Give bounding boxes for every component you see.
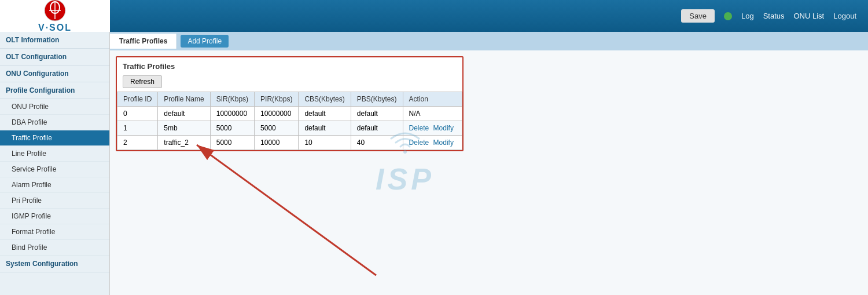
cell-profile-name: traffic_2 — [158, 136, 210, 150]
cell-pir: 10000 — [255, 136, 299, 150]
table-row: 2 traffic_2 5000 10000 10 40 Delete Modi… — [117, 136, 462, 150]
sidebar-item-service-profile[interactable]: Service Profile — [0, 162, 109, 177]
table-row: 1 5mb 5000 5000 default default Delete M… — [117, 121, 462, 136]
logo-area: V·SOL — [0, 0, 110, 32]
sidebar-section-olt-information[interactable]: OLT Information — [0, 32, 109, 49]
logout-button[interactable]: Logout — [833, 12, 856, 20]
traffic-profiles-panel: Traffic Profiles Refresh Profile ID Prof… — [116, 56, 464, 151]
sidebar-section-profile-configuration[interactable]: Profile Configuration — [0, 82, 109, 99]
cell-sir: 5000 — [210, 136, 254, 150]
cell-pbs: default — [351, 107, 403, 121]
cell-cbs: default — [299, 107, 351, 121]
panel-toolbar: Refresh — [117, 73, 462, 92]
cell-cbs: 10 — [299, 136, 351, 150]
traffic-profiles-table: Profile ID Profile Name SIR(Kbps) PIR(Kb… — [117, 92, 462, 150]
table-body: 0 default 10000000 10000000 default defa… — [117, 107, 462, 150]
cell-pir: 10000000 — [255, 107, 299, 121]
add-profile-button[interactable]: Add Profile — [181, 35, 229, 48]
cell-cbs: default — [299, 121, 351, 136]
col-header-sir: SIR(Kbps) — [210, 92, 254, 107]
status-indicator — [724, 12, 732, 20]
cell-action: N/A — [403, 107, 462, 121]
col-header-pir: PIR(Kbps) — [255, 92, 299, 107]
cell-profile-id: 0 — [117, 107, 158, 121]
delete-link-row1[interactable]: Delete — [409, 124, 429, 132]
main-content: Traffic Profiles Add Profile Traffic Pro… — [110, 32, 868, 295]
sidebar-item-traffic-profile[interactable]: Traffic Profile — [0, 130, 109, 146]
refresh-button[interactable]: Refresh — [123, 75, 162, 88]
sidebar-section-onu-configuration[interactable]: ONU Configuration — [0, 65, 109, 82]
onu-list-button[interactable]: ONU List — [794, 12, 825, 20]
sidebar-item-dba-profile[interactable]: DBA Profile — [0, 115, 109, 130]
sidebar-section-system-configuration[interactable]: System Configuration — [0, 256, 109, 272]
content-area: Traffic Profiles Refresh Profile ID Prof… — [110, 50, 868, 157]
save-button[interactable]: Save — [681, 9, 715, 23]
cell-action: Delete Modify — [403, 136, 462, 150]
tab-bar: Traffic Profiles Add Profile — [110, 32, 868, 50]
cell-sir: 10000000 — [210, 107, 254, 121]
cell-pir: 5000 — [255, 121, 299, 136]
cell-pbs: 40 — [351, 136, 403, 150]
table-header-row: Profile ID Profile Name SIR(Kbps) PIR(Kb… — [117, 92, 462, 107]
col-header-profile-id: Profile ID — [117, 92, 158, 107]
modify-link-row2[interactable]: Modify — [433, 139, 454, 147]
col-header-cbs: CBS(Kbytes) — [299, 92, 351, 107]
logo-icon — [44, 0, 66, 21]
cell-profile-name: 5mb — [158, 121, 210, 136]
cell-sir: 5000 — [210, 121, 254, 136]
col-header-action: Action — [403, 92, 462, 107]
cell-profile-name: default — [158, 107, 210, 121]
sidebar-item-format-profile[interactable]: Format Profile — [0, 224, 109, 240]
log-button[interactable]: Log — [741, 12, 754, 20]
header-right: Save Log Status ONU List Logout — [681, 9, 856, 23]
cell-profile-id: 1 — [117, 121, 158, 136]
sidebar-item-onu-profile[interactable]: ONU Profile — [0, 99, 109, 115]
sidebar-item-bind-profile[interactable]: Bind Profile — [0, 240, 109, 256]
tab-traffic-profiles[interactable]: Traffic Profiles — [110, 34, 177, 49]
col-header-pbs: PBS(Kbytes) — [351, 92, 403, 107]
cell-profile-id: 2 — [117, 136, 158, 150]
cell-action: Delete Modify — [403, 121, 462, 136]
cell-pbs: default — [351, 121, 403, 136]
table-row: 0 default 10000000 10000000 default defa… — [117, 107, 462, 121]
logo-text: V·SOL — [38, 23, 72, 33]
header: Save Log Status ONU List Logout — [0, 0, 868, 32]
sidebar-section-olt-configuration[interactable]: OLT Configuration — [0, 49, 109, 65]
sidebar: OLT Information OLT Configuration ONU Co… — [0, 32, 110, 295]
modify-link-row1[interactable]: Modify — [433, 124, 454, 132]
status-button[interactable]: Status — [763, 12, 785, 20]
sidebar-item-alarm-profile[interactable]: Alarm Profile — [0, 177, 109, 193]
sidebar-item-pri-profile[interactable]: Pri Profile — [0, 193, 109, 209]
sidebar-item-igmp-profile[interactable]: IGMP Profile — [0, 209, 109, 224]
col-header-profile-name: Profile Name — [158, 92, 210, 107]
sidebar-item-line-profile[interactable]: Line Profile — [0, 146, 109, 162]
panel-title: Traffic Profiles — [117, 57, 462, 73]
delete-link-row2[interactable]: Delete — [409, 139, 429, 147]
vsol-logo: V·SOL — [38, 0, 72, 33]
